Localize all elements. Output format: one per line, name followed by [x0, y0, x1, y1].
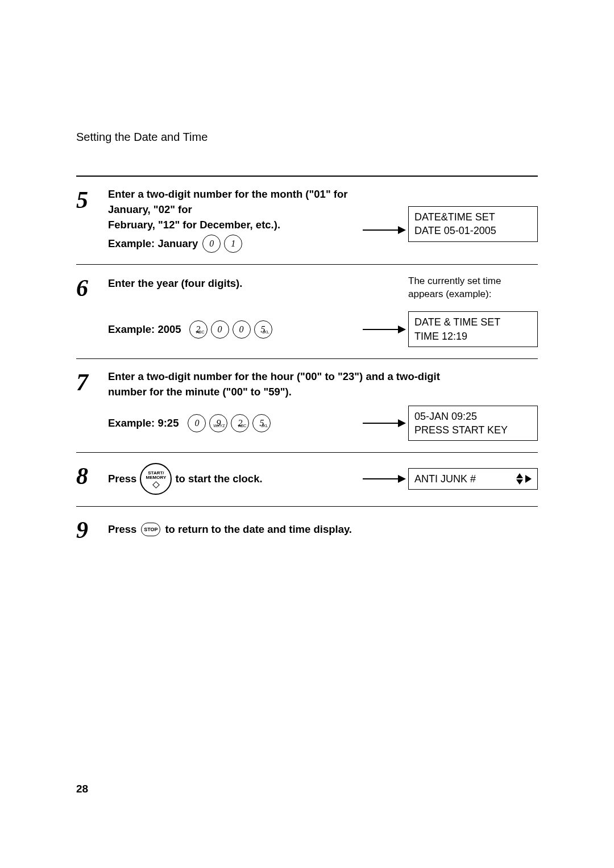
display-line2: TIME 12:19: [414, 329, 532, 343]
instruction-rest: to return to the date and time display.: [165, 523, 352, 536]
stop-key-icon: STOP: [141, 523, 160, 536]
note-text: The currently set time appears (example)…: [408, 275, 538, 301]
step-number: 8: [76, 463, 108, 495]
example-label: Example: 2005: [108, 323, 181, 336]
lcd-display: DATE&TIME SET DATE 05-01-2005: [408, 206, 538, 242]
key-letters: JKL: [261, 424, 268, 428]
press-label: Press: [108, 523, 136, 536]
key-digit: 0: [218, 324, 222, 335]
instruction-line2: February, "12" for December, etc.).: [108, 218, 359, 233]
keypad-0-icon: 0: [211, 320, 229, 339]
key-letters: ABC: [238, 424, 246, 428]
keypad-2-icon: 2ABC: [231, 414, 249, 432]
example-label: Example: January: [108, 237, 198, 250]
lcd-display: 05-JAN 09:25 PRESS START KEY: [408, 406, 538, 441]
step-number: 9: [76, 517, 108, 542]
keypad-5-icon: 5JKL: [252, 414, 271, 432]
page-number: 28: [76, 783, 88, 795]
instruction-line1: Enter a two-digit number for the hour ("…: [108, 369, 538, 385]
steps-container: 5 Enter a two-digit number for the month…: [76, 176, 538, 548]
key-letters: JKL: [263, 330, 269, 334]
display-line1: DATE&TIME SET: [414, 210, 532, 224]
diamond-icon: [152, 481, 160, 489]
key-digit: 0: [194, 418, 199, 428]
step-9: 9 Press STOP to return to the date and t…: [76, 507, 538, 548]
press-label: Press: [108, 471, 136, 487]
example-label: Example: 9:25: [108, 417, 179, 429]
keypad-0-icon: 0: [202, 235, 221, 253]
keypad-1-icon: 1: [224, 235, 242, 253]
step-number: 6: [76, 275, 108, 347]
instruction-rest: to start the clock.: [175, 471, 262, 487]
keypad-5-icon: 5JKL: [254, 320, 272, 339]
start-memory-key-icon: START/ MEMORY: [140, 463, 172, 495]
arrow-icon: [363, 229, 405, 231]
step-8: 8 Press START/ MEMORY to start the clock…: [76, 453, 538, 507]
step-5: 5 Enter a two-digit number for the month…: [76, 177, 538, 265]
up-down-icon: [516, 473, 523, 485]
keypad-9-icon: 9WXYZ: [209, 414, 227, 432]
arrow-icon: [363, 423, 405, 424]
arrow-icon: [363, 478, 405, 479]
right-triangle-icon: [525, 475, 532, 483]
key-letters: ABC: [196, 330, 204, 334]
display-line1: 05-JAN 09:25: [414, 410, 532, 423]
key-letters: WXYZ: [213, 424, 225, 428]
display-text: ANTI JUNK #: [414, 472, 476, 486]
step-7: 7 Enter a two-digit number for the hour …: [76, 359, 538, 453]
keypad-2-icon: 2ABC: [189, 320, 208, 339]
lcd-display: ANTI JUNK #: [408, 468, 538, 490]
display-line2: DATE 05-01-2005: [414, 224, 532, 237]
key-line2: MEMORY: [146, 475, 167, 480]
step-6: 6 Enter the year (four digits). The curr…: [76, 265, 538, 358]
keypad-0-icon: 0: [188, 414, 206, 432]
keypad-0-icon: 0: [233, 320, 251, 339]
arrow-icon: [363, 329, 405, 330]
step-number: 7: [76, 369, 108, 441]
display-line1: DATE & TIME SET: [414, 315, 532, 329]
key-digit: 0: [239, 324, 244, 335]
display-line2: PRESS START KEY: [414, 423, 532, 437]
instruction: Enter the year (four digits).: [108, 275, 408, 291]
instruction-line1: Enter a two-digit number for the month (…: [108, 187, 359, 218]
page-header: Setting the Date and Time: [76, 131, 538, 144]
lcd-display: DATE & TIME SET TIME 12:19: [408, 311, 538, 347]
note-line1: The currently set time: [408, 275, 501, 288]
step-number: 5: [76, 187, 108, 253]
instruction-line2: number for the minute ("00" to "59").: [108, 385, 538, 400]
note-line2: appears (example):: [408, 288, 491, 301]
